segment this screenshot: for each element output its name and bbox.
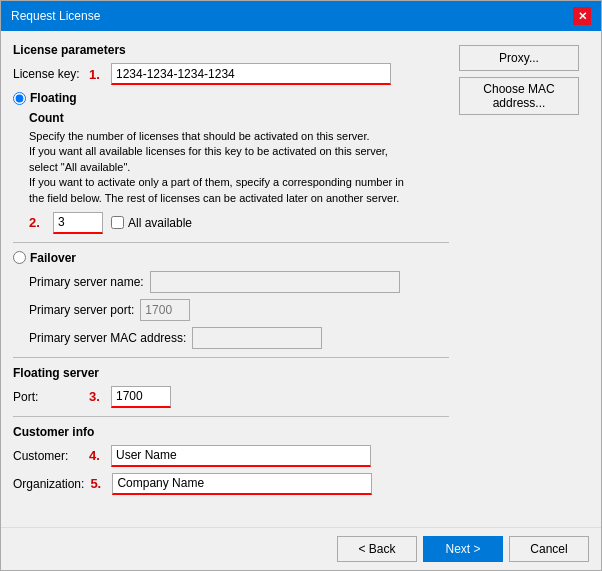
floating-radio[interactable] (13, 92, 26, 105)
step1-num: 1. (89, 67, 105, 82)
primary-mac-input[interactable] (192, 327, 322, 349)
floating-radio-row[interactable]: Floating (13, 91, 449, 105)
primary-port-input[interactable] (140, 299, 190, 321)
next-button[interactable]: Next > (423, 536, 503, 562)
customer-label: Customer: (13, 449, 83, 463)
license-key-row: License key: 1. (13, 63, 449, 85)
primary-server-label: Primary server name: (29, 275, 144, 289)
failover-radio-row[interactable]: Failover (13, 251, 449, 265)
org-row: Organization: 5. (13, 473, 449, 495)
org-label: Organization: (13, 477, 84, 491)
divider2 (13, 357, 449, 358)
failover-radio[interactable] (13, 251, 26, 264)
count-label: Count (29, 111, 449, 125)
count-desc4: If you want to activate only a part of t… (29, 176, 404, 188)
divider1 (13, 242, 449, 243)
dialog-title: Request License (11, 9, 100, 23)
all-available-checkbox[interactable] (111, 216, 124, 229)
count-desc3: select "All available". (29, 161, 130, 173)
floating-label: Floating (30, 91, 77, 105)
license-key-label: License key: (13, 67, 83, 81)
primary-mac-row: Primary server MAC address: (29, 327, 449, 349)
count-desc: Specify the number of licenses that shou… (29, 129, 449, 206)
customer-info-section: Customer info Customer: 4. Organization:… (13, 425, 449, 495)
floating-server-label: Floating server (13, 366, 449, 380)
primary-port-label: Primary server port: (29, 303, 134, 317)
count-input-row: 2. All available (29, 212, 449, 234)
count-desc5: the field below. The rest of licenses ca… (29, 192, 399, 204)
port-row: Port: 3. (13, 386, 449, 408)
customer-row: Customer: 4. (13, 445, 449, 467)
primary-server-input[interactable] (150, 271, 400, 293)
primary-port-row: Primary server port: (29, 299, 449, 321)
count-desc2: If you want all available licenses for t… (29, 145, 388, 157)
failover-section: Primary server name: Primary server port… (29, 271, 449, 349)
license-parameters-section: License parameters License key: 1. (13, 43, 449, 85)
title-bar: Request License ✕ (1, 1, 601, 31)
close-button[interactable]: ✕ (573, 7, 591, 25)
back-button[interactable]: < Back (337, 536, 417, 562)
step3-num: 3. (89, 389, 105, 404)
content-area: License parameters License key: 1. Float… (1, 31, 601, 527)
primary-server-name-row: Primary server name: (29, 271, 449, 293)
left-panel: License parameters License key: 1. Float… (13, 43, 449, 515)
license-params-label: License parameters (13, 43, 449, 57)
customer-info-label: Customer info (13, 425, 449, 439)
step4-num: 4. (89, 448, 105, 463)
proxy-button[interactable]: Proxy... (459, 45, 579, 71)
count-input[interactable] (53, 212, 103, 234)
count-desc1: Specify the number of licenses that shou… (29, 130, 370, 142)
right-panel: Proxy... Choose MAC address... (459, 43, 589, 515)
cancel-button[interactable]: Cancel (509, 536, 589, 562)
divider3 (13, 416, 449, 417)
port-label: Port: (13, 390, 83, 404)
floating-server-section: Floating server Port: 3. (13, 366, 449, 408)
count-section: Count Specify the number of licenses tha… (29, 111, 449, 234)
choose-mac-button[interactable]: Choose MAC address... (459, 77, 579, 115)
org-input[interactable] (112, 473, 372, 495)
failover-label: Failover (30, 251, 76, 265)
port-input[interactable] (111, 386, 171, 408)
all-available-row[interactable]: All available (111, 216, 192, 230)
license-key-input[interactable] (111, 63, 391, 85)
customer-input[interactable] (111, 445, 371, 467)
step2-num: 2. (29, 215, 45, 230)
request-license-dialog: Request License ✕ License parameters Lic… (0, 0, 602, 571)
step5-num: 5. (90, 476, 106, 491)
footer: < Back Next > Cancel (1, 527, 601, 570)
primary-mac-label: Primary server MAC address: (29, 331, 186, 345)
all-available-label: All available (128, 216, 192, 230)
